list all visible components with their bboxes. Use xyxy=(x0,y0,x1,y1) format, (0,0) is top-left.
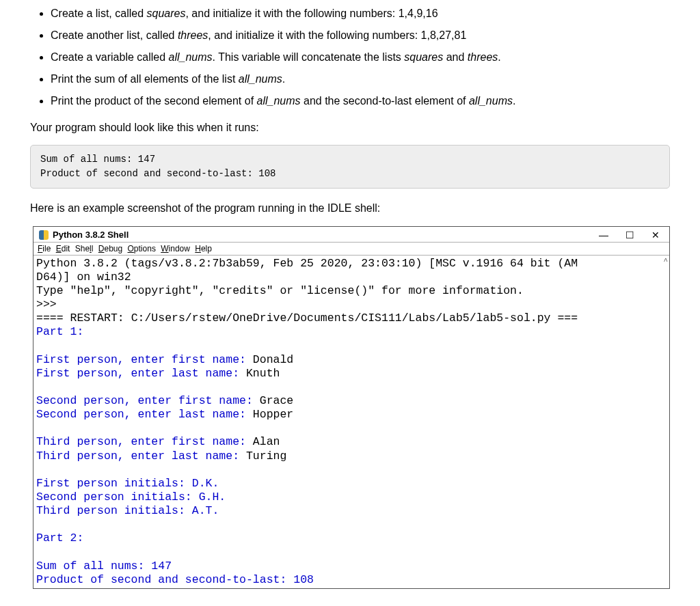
menu-file[interactable]: File xyxy=(38,244,51,253)
idle-output-area[interactable]: ^Python 3.8.2 (tags/v3.8.2:7b3ab59, Feb … xyxy=(33,256,669,588)
expected-output-box: Sum of all nums: 147 Product of second a… xyxy=(30,145,670,189)
instruction-item: Create a list, called squares, and initi… xyxy=(51,5,684,22)
instruction-item: Print the sum of all elements of the lis… xyxy=(51,71,684,87)
scroll-up-icon[interactable]: ^ xyxy=(663,257,668,266)
minimize-button[interactable]: — xyxy=(597,230,610,240)
menu-options[interactable]: Options xyxy=(128,244,156,253)
instruction-list: Create a list, called squares, and initi… xyxy=(51,5,684,109)
window-title: Python 3.8.2 Shell xyxy=(53,230,129,240)
lead-text-1: Your program should look like this when … xyxy=(30,120,684,135)
idle-shell-window: Python 3.8.2 Shell — ☐ ✕ File Edit Shell… xyxy=(33,226,670,589)
menu-shell[interactable]: Shell xyxy=(75,244,94,253)
menu-help[interactable]: Help xyxy=(195,244,212,253)
idle-titlebar: Python 3.8.2 Shell — ☐ ✕ xyxy=(33,227,669,243)
lead-text-2: Here is an example screenshot of the pro… xyxy=(30,201,684,216)
close-button[interactable]: ✕ xyxy=(649,230,662,240)
maximize-button[interactable]: ☐ xyxy=(623,230,636,240)
idle-menubar: File Edit Shell Debug Options Window Hel… xyxy=(33,243,669,256)
menu-edit[interactable]: Edit xyxy=(56,244,70,253)
menu-window[interactable]: Window xyxy=(161,244,190,253)
instruction-item: Print the product of the second element … xyxy=(51,93,684,109)
python-logo-icon xyxy=(39,230,49,240)
menu-debug[interactable]: Debug xyxy=(98,244,122,253)
instruction-item: Create another list, called threes, and … xyxy=(51,27,684,44)
instruction-item: Create a variable called all_nums. This … xyxy=(51,49,684,66)
